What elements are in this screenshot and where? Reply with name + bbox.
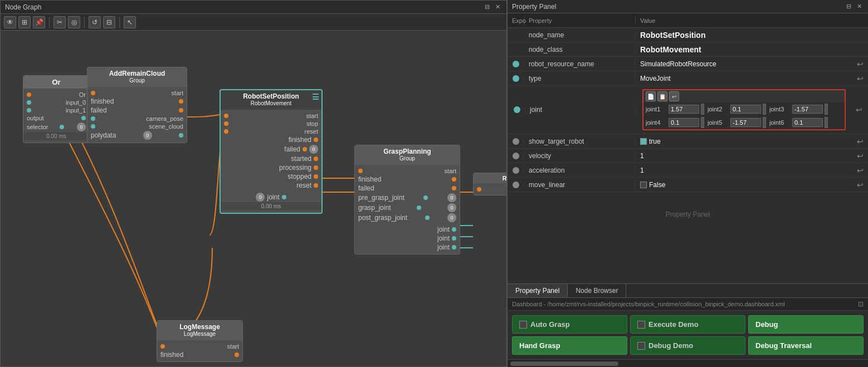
rsp-start-dot (224, 114, 228, 118)
joint5-drag[interactable] (763, 117, 766, 128)
joint-icon-group: 📄 📋 ↩ (646, 91, 679, 101)
prop-minimize-button[interactable]: ⊟ (845, 3, 853, 10)
joint2-label: joint2 (708, 106, 729, 112)
acceleration-reset[interactable]: ↩ (852, 166, 868, 175)
rsp-stop-dot (224, 121, 228, 126)
rsp-menu-icon[interactable]: ☰ (312, 92, 319, 101)
arc-failed-dot (179, 108, 183, 112)
debug-button[interactable]: Debug (748, 315, 864, 334)
rsp-port-start: start (221, 112, 321, 120)
rsp-processing-dot (314, 165, 318, 170)
cut-icon[interactable]: ✂ (53, 16, 66, 28)
or-port-input0: input_0 (23, 99, 89, 106)
show-target-checkbox-group[interactable]: true (640, 138, 661, 145)
show-target-value[interactable]: true (636, 136, 852, 146)
node-graspplanning[interactable]: GraspPlanning Group start finished faile… (354, 145, 460, 255)
layers-icon[interactable]: ⊟ (103, 16, 115, 28)
gp-failed-dot (452, 186, 456, 190)
show-target-text: true (649, 138, 661, 145)
velocity-reset[interactable]: ↩ (852, 151, 868, 160)
joint6-input[interactable] (792, 118, 823, 127)
joint-file-icon[interactable]: 📄 (646, 91, 656, 101)
selector-dot (60, 125, 64, 129)
acceleration-expo (508, 167, 524, 174)
lm-start-dot (160, 344, 165, 349)
rsp-port-reset: reset (221, 128, 321, 135)
velocity-key: velocity (524, 151, 636, 161)
debug-label: Debug (755, 320, 778, 329)
close-button[interactable]: ✕ (494, 3, 502, 11)
gp-grasp-dot (417, 205, 421, 210)
node-class-key: node_class (524, 45, 636, 55)
execute-demo-label: Execute Demo (648, 320, 699, 329)
frame-icon[interactable]: ⊞ (18, 16, 31, 28)
hand-grasp-button[interactable]: Hand Grasp (512, 336, 627, 355)
prop-row-move-linear: move_linear False ↩ (508, 178, 868, 192)
joint2-drag[interactable] (763, 104, 766, 115)
show-target-reset[interactable]: ↩ (852, 137, 868, 146)
joint-copy-icon[interactable]: 📋 (657, 91, 667, 101)
cursor-icon[interactable]: ↖ (124, 16, 136, 28)
node-graph-canvas[interactable]: Or Or input_0 input_1 output (1, 31, 506, 367)
joint2-input[interactable] (730, 105, 761, 114)
circle-icon[interactable]: ◎ (68, 16, 80, 28)
debug-demo-button[interactable]: Debug Demo (630, 336, 745, 355)
minimize-button[interactable]: ⊟ (483, 3, 491, 11)
node-logmessage[interactable]: LogMessage LogMessage start finished (157, 320, 243, 362)
node-or[interactable]: Or Or input_0 input_1 output (23, 75, 90, 143)
auto-grasp-check (519, 321, 527, 329)
node-rob[interactable]: Ro start (473, 173, 506, 195)
joint3-drag[interactable] (825, 104, 828, 115)
tab-property-panel[interactable]: Property Panel (508, 284, 568, 297)
acceleration-key: acceleration (524, 165, 636, 175)
move-linear-checkbox-group[interactable]: False (640, 181, 665, 189)
eye-icon[interactable]: 👁 (4, 16, 16, 28)
joint-undo-icon[interactable]: ↩ (669, 91, 679, 101)
joint-icon (514, 106, 520, 113)
rsp-reset-dot (224, 129, 228, 134)
arc-scene-dot (91, 124, 95, 129)
joint1-input[interactable] (669, 105, 699, 114)
scrollbar-thumb[interactable] (510, 361, 618, 366)
type-reset[interactable]: ↩ (852, 74, 868, 83)
auto-grasp-button[interactable]: Auto Grasp (512, 315, 627, 334)
debug-traversal-button[interactable]: Debug Traversal (748, 336, 864, 355)
property-panel-title: Property Panel (512, 3, 556, 11)
robot-resource-value[interactable]: SimulatedRobotResource (636, 59, 852, 69)
node-graph-titlebar: Node Graph ⊟ ✕ (1, 1, 506, 14)
node-addremaincloud[interactable]: AddRemainCloud Group start finished fail… (87, 67, 187, 143)
rob-port-start: start (474, 185, 506, 193)
joint6-drag[interactable] (825, 117, 828, 128)
show-target-checkbox[interactable] (640, 138, 647, 145)
node-robotsetposition[interactable]: RobotSetPosition RobotMovement ☰ start s… (220, 89, 323, 214)
arc-port-start: start (87, 89, 187, 97)
or-port-or: Or (23, 91, 89, 99)
robot-resource-reset[interactable]: ↩ (852, 60, 868, 68)
prop-panel-watermark: Property Panel (508, 192, 868, 237)
tab-node-browser[interactable]: Node Browser (568, 284, 626, 297)
gp-pregrasp-dot (423, 195, 428, 200)
pin-icon[interactable]: 📌 (33, 16, 45, 28)
debug-demo-check (637, 342, 645, 350)
refresh-icon[interactable]: ↺ (89, 16, 101, 28)
joint5-input[interactable] (730, 118, 761, 127)
property-table: Expo Property Value node_name RobotSetPo… (508, 13, 868, 283)
dashboard-expand-icon[interactable]: ⊡ (858, 300, 864, 308)
joint3-input[interactable] (792, 105, 823, 114)
prop-row-node-class: node_class RobotMovement (508, 42, 868, 57)
show-target-expo (508, 138, 524, 145)
prop-close-button[interactable]: ✕ (855, 3, 864, 10)
joint1-drag[interactable] (701, 104, 704, 115)
move-linear-checkbox[interactable] (640, 182, 647, 188)
move-linear-reset[interactable]: ↩ (852, 180, 868, 189)
type-value[interactable]: MoveJoint (636, 74, 852, 84)
velocity-value[interactable]: 1 (636, 151, 852, 161)
joint4-drag[interactable] (701, 117, 704, 128)
execute-demo-button[interactable]: Execute Demo (630, 315, 745, 334)
property-panel-scrollbar[interactable] (508, 359, 868, 367)
acceleration-value[interactable]: 1 (636, 165, 852, 175)
joint-reset[interactable]: ↩ (851, 105, 867, 114)
joint5-field: joint5 (708, 117, 766, 128)
joint4-input[interactable] (669, 118, 699, 127)
move-linear-value[interactable]: False (636, 180, 852, 190)
